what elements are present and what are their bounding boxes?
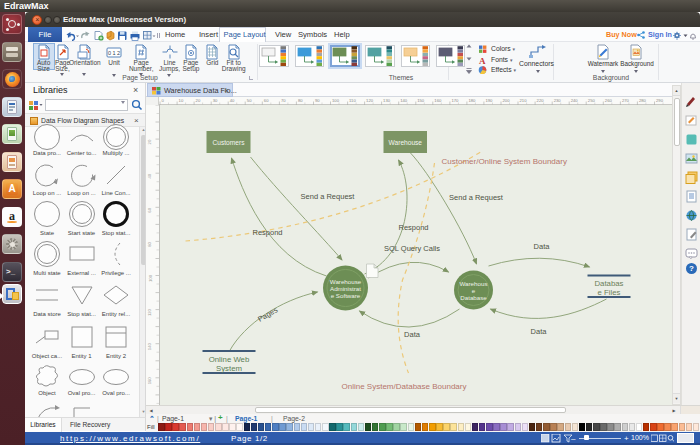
svg-text:120: 120 xyxy=(148,308,153,316)
svg-text:20: 20 xyxy=(196,98,201,103)
svg-text:100: 100 xyxy=(148,274,153,282)
svg-text:Administrat: Administrat xyxy=(330,285,361,292)
svg-text:80: 80 xyxy=(148,241,153,246)
svg-text:Data: Data xyxy=(404,330,421,339)
svg-text:Warehouse: Warehouse xyxy=(388,139,422,146)
svg-text:200: 200 xyxy=(503,98,511,103)
svg-text:20: 20 xyxy=(148,139,153,144)
svg-text:SQL Query Calls: SQL Query Calls xyxy=(384,244,440,253)
svg-text:Databas: Databas xyxy=(594,279,623,288)
svg-text:120: 120 xyxy=(366,98,374,103)
svg-text:160: 160 xyxy=(148,377,153,385)
svg-text:10: 10 xyxy=(179,98,184,103)
svg-text:e: e xyxy=(471,287,475,294)
svg-text:A: A xyxy=(479,56,486,66)
svg-text:270: 270 xyxy=(622,98,630,103)
svg-text:e Software: e Software xyxy=(330,292,360,299)
svg-text:Send a Request: Send a Request xyxy=(449,193,504,202)
svg-text:250: 250 xyxy=(588,98,596,103)
svg-text:Respond: Respond xyxy=(398,223,428,232)
svg-text:70: 70 xyxy=(281,98,286,103)
svg-text:Database: Database xyxy=(460,294,487,301)
svg-text:60: 60 xyxy=(148,207,153,212)
svg-text:Warehous: Warehous xyxy=(459,280,487,287)
svg-text:290: 290 xyxy=(656,98,664,103)
svg-text:260: 260 xyxy=(605,98,613,103)
svg-text:180: 180 xyxy=(468,98,476,103)
svg-text:90: 90 xyxy=(315,98,320,103)
svg-text:60: 60 xyxy=(264,98,269,103)
svg-text:Respond: Respond xyxy=(252,228,282,237)
svg-text:Pages: Pages xyxy=(256,305,279,324)
svg-text:Online System/Database Boundar: Online System/Database Boundary xyxy=(341,382,466,391)
svg-text:220: 220 xyxy=(537,98,545,103)
svg-text:190: 190 xyxy=(485,98,493,103)
svg-text:0 1 2: 0 1 2 xyxy=(108,50,120,56)
svg-text:110: 110 xyxy=(349,98,356,103)
svg-text:30: 30 xyxy=(213,98,218,103)
svg-text:170: 170 xyxy=(451,98,459,103)
svg-text:160: 160 xyxy=(434,98,442,103)
svg-text:Customers: Customers xyxy=(212,139,245,146)
svg-text:230: 230 xyxy=(554,98,562,103)
svg-text:Send a Request: Send a Request xyxy=(300,192,355,201)
svg-text:Data: Data xyxy=(530,327,547,336)
svg-text:210: 210 xyxy=(520,98,528,103)
svg-text:150: 150 xyxy=(417,98,425,103)
svg-text:140: 140 xyxy=(400,98,408,103)
svg-text:?: ? xyxy=(689,264,694,273)
svg-text:Customer/Online System Boundar: Customer/Online System Boundary xyxy=(441,157,566,166)
svg-text:240: 240 xyxy=(571,98,579,103)
svg-text:Data: Data xyxy=(533,242,550,251)
svg-text:System: System xyxy=(216,364,242,373)
svg-text:80: 80 xyxy=(298,98,303,103)
svg-text:40: 40 xyxy=(148,173,153,178)
svg-text:100: 100 xyxy=(332,98,340,103)
svg-text:280: 280 xyxy=(639,98,647,103)
svg-text:Warehouse: Warehouse xyxy=(329,278,361,285)
svg-text:40: 40 xyxy=(230,98,235,103)
svg-text:0: 0 xyxy=(162,98,165,103)
svg-text:50: 50 xyxy=(247,98,252,103)
svg-text:130: 130 xyxy=(383,98,391,103)
svg-text:140: 140 xyxy=(148,343,153,351)
svg-text:e Files: e Files xyxy=(597,288,620,297)
svg-text:Online Web: Online Web xyxy=(208,355,249,364)
